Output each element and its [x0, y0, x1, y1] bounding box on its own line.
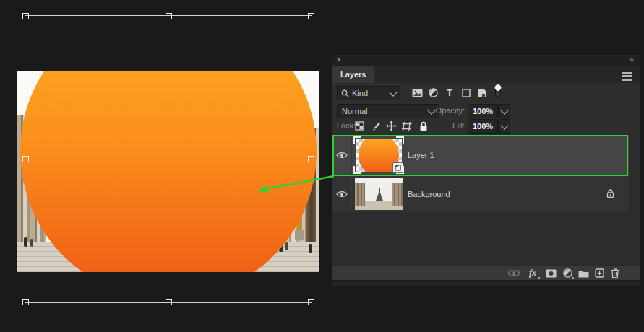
type-layer-filter-icon[interactable]: T [443, 87, 456, 99]
opacity-dropdown-button[interactable] [498, 104, 510, 118]
shape-layer-filter-icon[interactable] [460, 87, 473, 99]
link-layers-icon[interactable] [506, 266, 522, 281]
panel-menu-icon[interactable] [622, 72, 632, 81]
filter-kind-dropdown[interactable]: Kind [337, 86, 400, 100]
chevron-down-icon [500, 106, 508, 114]
opacity-label: Opacity: [436, 106, 465, 115]
layer-row-background[interactable]: Background [332, 175, 629, 212]
transform-handle-bottom-center[interactable] [166, 299, 172, 305]
lock-row: Lock: Fill: 100% [332, 118, 640, 134]
close-icon[interactable]: ✕ [336, 56, 342, 64]
transform-handle-top-left[interactable] [22, 13, 29, 19]
tab-layers[interactable]: Layers [332, 66, 374, 83]
thumb-left-building [355, 183, 365, 206]
new-group-icon[interactable] [575, 266, 591, 281]
transform-bounding-box[interactable] [25, 15, 312, 303]
lock-image-icon[interactable] [369, 120, 382, 132]
tab-layers-label: Layers [340, 70, 366, 79]
new-layer-icon[interactable] [591, 266, 607, 281]
pixel-layer-filter-icon[interactable] [411, 87, 424, 99]
filter-row: Kind T [332, 83, 640, 102]
blend-mode-dropdown[interactable]: Normal [337, 104, 439, 118]
fill-dropdown-button[interactable] [498, 119, 510, 134]
menu-dot [538, 277, 540, 279]
thumb-eiffel-mast [379, 188, 380, 192]
chevron-down-icon [389, 88, 397, 96]
delete-layer-icon[interactable] [607, 266, 623, 281]
lock-transparency-icon[interactable] [353, 120, 366, 132]
filter-toggle-icon[interactable] [491, 84, 505, 97]
background-lock-icon [606, 189, 614, 200]
transform-handle-bottom-left[interactable] [22, 299, 29, 305]
transform-handle-bottom-right[interactable] [308, 299, 314, 305]
menu-dot [572, 277, 574, 279]
smart-object-filter-icon[interactable] [476, 87, 489, 99]
adjustment-layer-icon[interactable] [559, 266, 575, 281]
lock-all-icon[interactable] [417, 120, 429, 132]
panel-bottom-edge [332, 280, 640, 286]
background-thumbnail[interactable] [355, 178, 403, 210]
opacity-value: 100% [473, 107, 493, 115]
transform-handle-middle-left[interactable] [22, 156, 29, 162]
transform-handle-middle-right[interactable] [308, 156, 314, 162]
fill-value: 100% [473, 122, 493, 131]
lock-position-icon[interactable] [385, 120, 398, 132]
transform-handle-top-center[interactable] [166, 13, 172, 19]
opacity-value-field[interactable]: 100% [468, 104, 498, 118]
layer-effects-icon[interactable]: fx [525, 266, 541, 281]
fill-value-field[interactable]: 100% [468, 119, 498, 134]
filter-kind-label: Kind [352, 89, 368, 97]
eye-icon [336, 191, 348, 198]
chevron-down-icon [500, 121, 508, 129]
panel-tab-bar: Layers [332, 66, 640, 83]
thumb-eiffel-tower [376, 191, 383, 201]
blend-mode-value: Normal [342, 107, 367, 115]
layer-mask-icon[interactable] [543, 266, 559, 281]
layers-panel-footer: fx [332, 265, 640, 281]
transform-handle-top-right[interactable] [308, 13, 314, 19]
chevron-down-icon [427, 106, 435, 114]
adjustment-layer-filter-icon[interactable] [426, 87, 439, 99]
annotation-highlight-rectangle [332, 135, 628, 176]
lock-artboard-icon[interactable] [401, 120, 413, 132]
search-icon [341, 89, 349, 97]
photoshop-workspace: ✕ « Layers Kind [0, 0, 644, 332]
thumb-right-building [392, 183, 403, 206]
blend-mode-row: Normal Opacity: 100% [332, 102, 640, 118]
panel-title-strip: ✕ « [332, 54, 640, 66]
fill-label: Fill: [452, 121, 465, 130]
background-visibility-toggle[interactable] [332, 176, 352, 212]
collapse-panel-icon[interactable]: « [630, 54, 633, 63]
background-name[interactable]: Background [408, 190, 450, 198]
